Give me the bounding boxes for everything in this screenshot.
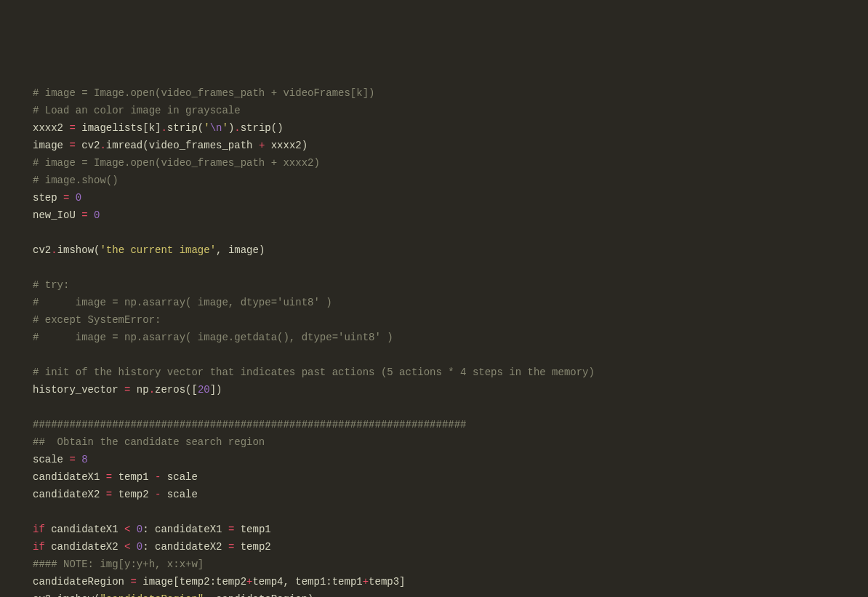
comment-text: #### NOTE: img[y:y+h, x:x+w] — [33, 558, 204, 570]
code-token: strip() — [241, 122, 284, 134]
code-line[interactable]: image = cv2.imread(video_frames_path + x… — [33, 137, 835, 154]
comment-text: # image = np.asarray( image, dtype='uint… — [33, 297, 332, 308]
code-line[interactable] — [33, 346, 835, 364]
code-line[interactable]: candidateX1 = temp1 - scale — [33, 468, 835, 486]
code-line[interactable]: cv2.imshow("candidateRegion", candidateR… — [33, 590, 835, 597]
code-line[interactable]: ## Obtain the candidate search region — [33, 433, 835, 451]
code-token: imshow( — [57, 244, 100, 256]
code-token: strip( — [167, 122, 204, 134]
code-token — [130, 541, 136, 553]
comment-text: # try: — [33, 279, 69, 291]
code-line[interactable] — [33, 503, 835, 521]
code-line[interactable]: # image = Image.open(video_frames_path +… — [33, 84, 835, 102]
code-token: : candidateX2 — [142, 541, 228, 553]
code-token: image[temp2:temp2 — [137, 576, 246, 588]
code-token — [69, 192, 75, 204]
code-line[interactable]: # image = np.asarray( image.getdata(), d… — [33, 329, 835, 346]
code-line[interactable]: # image.show() — [33, 172, 835, 189]
code-token: imagelists[k] — [76, 122, 161, 134]
code-line[interactable]: ########################################… — [33, 416, 835, 433]
code-line[interactable]: candidateRegion = image[temp2:temp2+temp… — [33, 573, 835, 590]
code-line[interactable]: candidateX2 = temp2 - scale — [33, 486, 835, 503]
code-token: 20 — [198, 384, 210, 396]
code-token: . — [100, 140, 105, 151]
code-line[interactable]: #### NOTE: img[y:y+h, x:x+w] — [33, 556, 835, 573]
code-token: 0 — [76, 192, 81, 204]
code-token: + — [363, 576, 369, 588]
code-token: xxxx2 — [33, 122, 69, 134]
code-line[interactable]: cv2.imshow('the current image', image) — [33, 241, 835, 259]
code-line[interactable]: xxxx2 = imagelists[k].strip('\n').strip(… — [33, 119, 835, 137]
code-token: scale — [33, 454, 69, 465]
code-token: scale — [161, 489, 197, 500]
code-token: cv2 — [76, 140, 100, 151]
code-line[interactable]: if candidateX2 < 0: candidateX2 = temp2 — [33, 538, 835, 556]
code-line[interactable]: # Load an color image in grayscale — [33, 102, 835, 119]
code-line[interactable] — [33, 259, 835, 276]
code-token: , image) — [216, 244, 265, 256]
comment-text: ## Obtain the candidate search region — [33, 436, 265, 448]
code-token: zeros([ — [155, 384, 198, 396]
code-token: . — [51, 593, 57, 597]
code-line[interactable]: new_IoU = 0 — [33, 207, 835, 224]
code-token: = — [81, 209, 87, 221]
code-token: = — [106, 471, 112, 483]
comment-text: # image = Image.open(video_frames_path +… — [33, 87, 374, 99]
code-token: 'the current image' — [100, 244, 216, 256]
comment-text: # image = Image.open(video_frames_path +… — [33, 157, 320, 169]
code-line[interactable]: history_vector = np.zeros([20]) — [33, 381, 835, 398]
code-line[interactable] — [33, 224, 835, 241]
comment-text: ########################################… — [33, 419, 467, 430]
code-token: ' — [204, 122, 209, 134]
code-line[interactable] — [33, 398, 835, 416]
code-token: temp1 — [112, 471, 155, 483]
code-token: ' — [222, 122, 228, 134]
code-line[interactable]: # image = Image.open(video_frames_path +… — [33, 154, 835, 172]
code-token: = — [106, 489, 112, 500]
comment-text: # Load an color image in grayscale — [33, 105, 241, 116]
code-line[interactable]: # try: — [33, 276, 835, 294]
code-token: 0 — [94, 209, 100, 221]
code-line[interactable]: if candidateX1 < 0: candidateX1 = temp1 — [33, 521, 835, 538]
code-token: new_IoU — [33, 209, 81, 221]
code-token — [76, 454, 81, 465]
code-token: candidateX1 — [45, 524, 124, 535]
code-line[interactable]: scale = 8 — [33, 451, 835, 468]
comment-text: # init of the history vector that indica… — [33, 366, 595, 378]
code-token: \n — [210, 122, 222, 134]
code-token: cv2 — [33, 593, 51, 597]
code-token: 8 — [81, 454, 87, 465]
code-token — [130, 524, 136, 535]
comment-text: # image = np.asarray( image.getdata(), d… — [33, 332, 393, 343]
code-token: temp3] — [369, 576, 405, 588]
code-token: . — [51, 244, 57, 256]
code-token: "candidateRegion" — [100, 593, 204, 597]
code-editor-view[interactable]: # image = Image.open(video_frames_path +… — [33, 84, 835, 597]
code-token: if — [33, 541, 45, 553]
code-token: temp4, temp1:temp1 — [252, 576, 362, 588]
code-token: cv2 — [33, 244, 51, 256]
comment-text: # except SystemError: — [33, 314, 161, 326]
code-line[interactable]: # except SystemError: — [33, 311, 835, 329]
code-token: history_vector — [33, 384, 124, 396]
code-token: = — [130, 576, 136, 588]
code-token: 0 — [137, 541, 142, 553]
code-token: . — [234, 122, 240, 134]
code-line[interactable]: # init of the history vector that indica… — [33, 364, 835, 381]
code-token: 0 — [137, 524, 142, 535]
code-token: candidateX2 — [33, 489, 106, 500]
code-token: = — [69, 140, 75, 151]
code-token — [88, 209, 94, 221]
code-token: , candidateRegion) — [204, 593, 313, 597]
comment-text: # image.show() — [33, 175, 118, 186]
code-line[interactable]: # image = np.asarray( image, dtype='uint… — [33, 294, 835, 311]
code-token: temp2 — [112, 489, 155, 500]
code-token: temp2 — [234, 541, 270, 553]
code-token: = — [69, 122, 75, 134]
code-token: candidateRegion — [33, 576, 130, 588]
code-token: candidateX1 — [33, 471, 106, 483]
code-token: : candidateX1 — [142, 524, 228, 535]
code-token: ]) — [210, 384, 222, 396]
code-line[interactable]: step = 0 — [33, 189, 835, 207]
code-token: xxxx2) — [265, 140, 308, 151]
